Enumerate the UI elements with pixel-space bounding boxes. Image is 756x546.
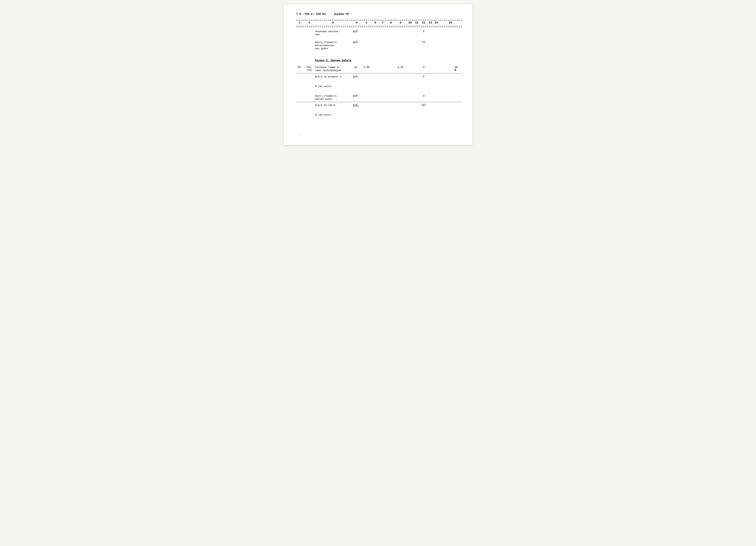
col-header-10: IO <box>406 21 414 24</box>
total-estimate-unit: руб. <box>351 103 361 107</box>
col-header-6: 6 <box>372 21 379 24</box>
total-metalwork-label: Всего,стоимостьметалломонтаж-ных работ <box>315 40 351 50</box>
col-header-8: 8 <box>388 21 395 24</box>
total-section4-label: Всего по разделу 4 <box>315 74 351 78</box>
col-header-3: 3 <box>315 21 351 24</box>
row-including1: В том числе: <box>296 84 462 90</box>
total-estimate-value: IO7 <box>420 103 427 107</box>
planned-savings-label: Плановые накопле-ния <box>315 29 351 36</box>
total-estimate-label: Всего по смете <box>315 103 351 107</box>
document-page: Т П –704–I– 159.83 Альбом УП I 2 3 .4 5 … <box>284 4 472 145</box>
row-total-metalwork: Всего,стоимостьметалломонтаж-ных работ р… <box>296 40 462 50</box>
row26-description: Контроль гамма-лу-чами трубопроводов <box>315 65 351 72</box>
total-other-label: Всего,стоимостьпрочих работ <box>315 94 351 101</box>
col-header-14: I4 <box>434 21 439 24</box>
row26-unit: шт <box>351 65 361 69</box>
row26-margin-label: соN <box>455 66 458 72</box>
section4-title: Раздел 4. Прочие работы <box>315 59 462 62</box>
col-header-5: 5 <box>361 21 372 24</box>
total-section4-unit: руб. <box>351 74 361 78</box>
row-total-other: Всего,стоимостьпрочих работ руб. 3 <box>296 94 462 101</box>
total-metalwork-value: I2 <box>420 40 427 44</box>
row-including2: В том числе : <box>296 113 462 118</box>
col-header-2: 2 <box>304 21 315 24</box>
col-header-4: .4 <box>351 21 361 24</box>
column-header-row-2 <box>296 26 462 27</box>
col-header-15: I5 <box>439 21 462 24</box>
row26-qty: 2,00 <box>361 65 372 69</box>
including1-label: В том числе: <box>315 84 351 88</box>
doc-number: Т П –704–I– 159.83 <box>296 13 326 16</box>
total-section4-value: 3 <box>420 74 427 78</box>
total-other-value: 3 <box>420 94 427 98</box>
column-header-row-1: I 2 3 .4 5 6 7' 8 9 IO II I2 I3 I4 I5 <box>296 20 462 25</box>
total-metalwork-unit: руб. <box>351 40 361 44</box>
row-total-estimate: Всего по смете руб. IO7 <box>296 103 462 109</box>
including2-label: В том числе : <box>315 113 351 117</box>
row26-coeff: 1,62 <box>395 65 406 69</box>
document-header: Т П –704–I– 159.83 Альбом УП <box>296 13 462 16</box>
row-planned-savings: Плановые накопле-ния руб. I <box>296 29 462 36</box>
col-header-13: I3 <box>427 21 434 24</box>
row26-value: 3 <box>420 65 427 69</box>
planned-savings-value: I <box>420 29 427 33</box>
row-total-section4: Всего по разделу 4 руб. 3 <box>296 74 462 80</box>
total-other-unit: руб. <box>351 94 361 98</box>
row26-number: 26. <box>296 65 304 69</box>
col-header-7: 7' <box>379 21 388 24</box>
col-header-12: I2 <box>420 21 427 24</box>
row-26: 26. ПОО–7301 Контроль гамма-лу-чами труб… <box>296 65 462 72</box>
bottom-decorative: · · · <box>296 134 462 137</box>
col-header-9: 9 <box>395 21 406 24</box>
row26-code: ПОО–7301 <box>304 65 315 72</box>
col-header-1: I <box>296 21 304 24</box>
col-header-11: II <box>414 21 420 24</box>
album-label: Альбом УП <box>334 13 349 16</box>
planned-savings-unit: руб. <box>351 29 361 33</box>
